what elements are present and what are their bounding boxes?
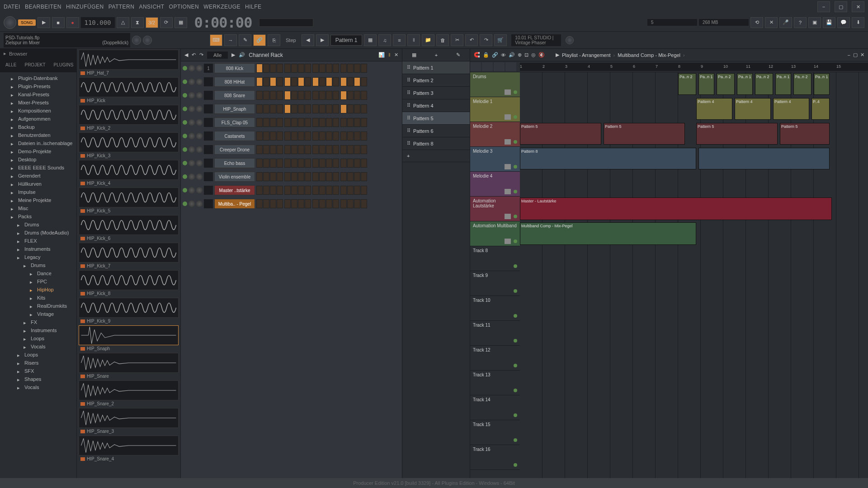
maximize-button[interactable]: ▢ [835, 1, 847, 12]
step-9[interactable] [319, 159, 326, 168]
step-0[interactable] [256, 118, 263, 127]
pattern-tool-2[interactable]: + [435, 52, 438, 58]
cr-undo[interactable]: ↶ [192, 52, 196, 58]
menu-hinzufuegen[interactable]: HINZUFÜGEN [66, 4, 104, 10]
track-header-4[interactable]: Melodie 4 [470, 172, 520, 197]
clip-1[interactable]: Pa..n 1 [698, 73, 714, 95]
step-0[interactable] [256, 172, 263, 181]
tree-item-flex[interactable]: ▸FLEX [0, 237, 76, 245]
step-12[interactable] [340, 64, 347, 73]
sample-hip_kick_5[interactable]: HIP_Kick_5 [79, 188, 179, 214]
step-9[interactable] [319, 186, 326, 195]
track-mute-led[interactable] [514, 190, 517, 193]
track-mute-led[interactable] [514, 438, 517, 442]
step-15[interactable] [361, 159, 367, 168]
channel-name-button[interactable]: 808 HiHat [214, 77, 255, 87]
tool3-button[interactable]: ↶ [465, 34, 478, 46]
step-12[interactable] [340, 172, 347, 181]
step-11[interactable] [333, 172, 339, 181]
track-header-0[interactable]: Drums [470, 72, 520, 97]
tree-item-benutzerdaten[interactable]: ▸Benutzerdaten [0, 131, 76, 139]
step-1[interactable] [263, 64, 269, 73]
step-3[interactable] [277, 172, 283, 181]
step-13[interactable] [347, 159, 354, 168]
step-2[interactable] [270, 186, 276, 195]
step-10[interactable] [326, 131, 332, 141]
browser-button[interactable]: 📁 [422, 34, 434, 46]
minimize-button[interactable]: − [817, 1, 830, 12]
sample-hip_kick_8[interactable]: HIP_Kick_8 [79, 270, 179, 297]
tree-item-mixer-presets[interactable]: ▸Mixer-Presets [0, 99, 76, 107]
step-2[interactable] [270, 64, 276, 73]
step-7[interactable] [305, 145, 311, 154]
step-12[interactable] [340, 199, 347, 208]
clip-11[interactable]: P..4 [811, 98, 830, 120]
step-7[interactable] [305, 186, 311, 195]
channel-mute-led[interactable] [183, 188, 187, 192]
step-3[interactable] [277, 199, 283, 208]
tree-item-misc[interactable]: ▸Misc [0, 204, 76, 212]
step-10[interactable] [326, 186, 332, 195]
step-0[interactable] [256, 91, 263, 100]
step-1[interactable] [263, 159, 269, 168]
step-13[interactable] [347, 104, 354, 113]
tree-item-aufgenommen[interactable]: ▸Aufgenommen [0, 115, 76, 123]
step-4[interactable] [284, 199, 291, 208]
step-12[interactable] [340, 186, 347, 195]
step-9[interactable] [319, 77, 326, 86]
track-mute-led[interactable] [514, 264, 517, 268]
step-0[interactable] [256, 131, 263, 141]
tool4-button[interactable]: ↷ [480, 34, 492, 46]
pl-close-icon[interactable]: ✕ [860, 52, 864, 58]
step-1[interactable] [263, 131, 269, 141]
track-header-5[interactable]: Automation Lautstärke [470, 197, 520, 221]
step-3[interactable] [277, 131, 283, 141]
step-2[interactable] [270, 104, 276, 113]
channel-name-button[interactable]: Master ..tstärke [214, 185, 255, 195]
channel-vol-knob[interactable] [196, 92, 203, 99]
cr-redo[interactable]: ↷ [199, 52, 203, 58]
tree-item-vocals[interactable]: ▸Vocals [0, 383, 76, 391]
pl-tool-link[interactable]: 🔗 [492, 52, 498, 58]
clip-6[interactable]: Pa..n 2 [793, 73, 811, 95]
channel-vol-knob[interactable] [196, 174, 203, 180]
channel-pan-knob[interactable] [189, 119, 195, 126]
step-15[interactable] [361, 64, 367, 73]
step-edit-button[interactable]: ▦ [175, 17, 187, 28]
tree-item-meine-projekte[interactable]: ▸Meine Projekte [0, 196, 76, 204]
step-6[interactable] [298, 118, 304, 127]
step-0[interactable] [256, 77, 263, 86]
account-button[interactable]: ⬇ [852, 17, 864, 28]
pl-max-icon[interactable]: ▢ [853, 52, 858, 58]
clip-17[interactable] [698, 148, 830, 169]
tree-item-shapes[interactable]: ▸Shapes [0, 375, 76, 383]
sync-button[interactable]: ⟲ [750, 17, 763, 28]
tool1-button[interactable]: 🗑 [436, 34, 449, 46]
step-8[interactable] [312, 145, 319, 154]
step-11[interactable] [333, 77, 339, 86]
step-11[interactable] [333, 118, 339, 127]
pl-min-icon[interactable]: − [848, 52, 850, 58]
cr-nav-next[interactable]: ▶ [231, 52, 235, 58]
sample-hip_kick_3[interactable]: HIP_Kick_3 [79, 132, 179, 159]
channel-pan-knob[interactable] [189, 187, 195, 193]
step-9[interactable] [319, 145, 326, 154]
track-header-15[interactable]: Track 16 [470, 445, 520, 470]
tree-item-kits[interactable]: ▸Kits [0, 294, 76, 302]
step-0[interactable] [256, 186, 263, 195]
tree-item-instruments[interactable]: ▸Instruments [0, 245, 76, 253]
channel-vol-knob[interactable] [196, 119, 203, 126]
step-4[interactable] [284, 104, 291, 113]
pattern-item-4[interactable]: ⠿Pattern 5 [402, 112, 470, 125]
knob-2[interactable] [143, 36, 152, 45]
tree-item-backup[interactable]: ▸Backup [0, 123, 76, 131]
track-header-6[interactable]: Automation Multiband [470, 221, 520, 246]
record-button[interactable]: ● [66, 17, 79, 28]
track-mute-led[interactable] [514, 289, 517, 293]
track-header-13[interactable]: Track 14 [470, 395, 520, 420]
menu-ansicht[interactable]: ANSICHT [139, 4, 164, 10]
step-15[interactable] [361, 186, 367, 195]
menu-werkzeuge[interactable]: WERKZEUGE [203, 4, 241, 10]
track-mute-led[interactable] [514, 165, 517, 169]
playlist-magnet-icon[interactable]: 🧲 [474, 52, 480, 58]
